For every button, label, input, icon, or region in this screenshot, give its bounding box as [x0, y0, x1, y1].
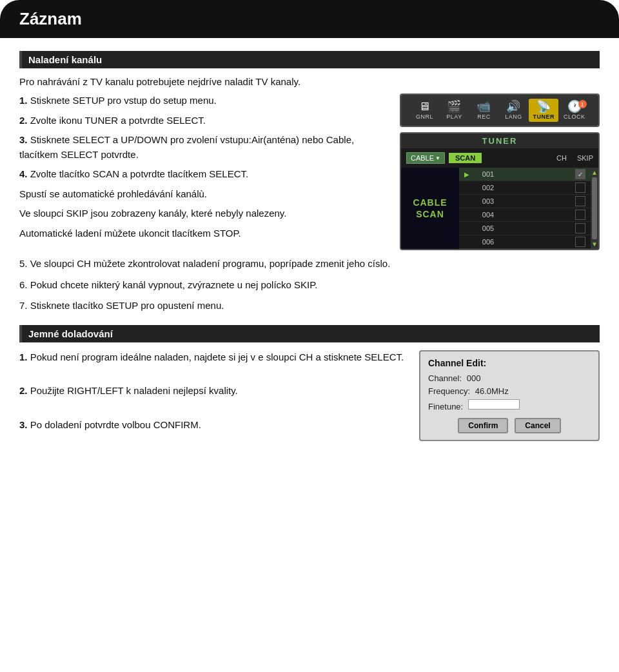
step6: 6. Pokud chcete nikterý kanál vypnout, z… — [19, 278, 600, 293]
channel-preview: CABLE SCAN — [401, 168, 459, 249]
scroll-down-icon[interactable]: ▼ — [591, 241, 598, 248]
step7: 7. Stisknete tlacítko SETUP pro opustení… — [19, 299, 600, 313]
step4b: Ve sloupci SKIP jsou zobrazeny kanály, k… — [19, 206, 387, 221]
tuner-controls: CABLE ▼ SCAN CH SKIP — [401, 148, 598, 168]
badge: 1 — [578, 100, 587, 108]
channel-value: 000 — [467, 373, 481, 383]
channel-edit-title: Channel Edit: — [428, 358, 591, 368]
menu-icon-lang: 🔊 LANG — [499, 99, 527, 122]
skip-checkbox-002[interactable] — [575, 183, 585, 193]
fine-steps: 1. Pokud není program ideálne naladen, n… — [19, 350, 406, 441]
fine-step2: 2. Použijte RIGHT/LEFT k naladeni nejlep… — [19, 384, 406, 399]
dropdown-arrow-icon: ▼ — [435, 155, 440, 161]
step5: 5. Ve sloupci CH mùžete zkontrolovat nal… — [19, 257, 600, 272]
skip-checkbox-005[interactable] — [575, 223, 585, 233]
channel-edit-channel-row: Channel: 000 — [428, 373, 591, 383]
scan-button[interactable]: SCAN — [449, 153, 482, 163]
channel-edit-finetune-row: Finetune: — [428, 399, 591, 411]
rec-icon: 📹 — [477, 101, 491, 112]
channel-row-006: ▶ 006 — [459, 235, 591, 249]
fine-step3: 3. Po doladení potvrdte volbou CONFIRM. — [19, 418, 406, 433]
channel-row-004: ▶ 004 — [459, 208, 591, 222]
skip-checkbox-004[interactable] — [575, 210, 585, 220]
channel-list: ▶ 001 ✓ ▶ 002 ▶ — [459, 168, 591, 249]
gnrl-icon: 🖥 — [418, 101, 430, 112]
step4a: Spustí se automatické prohledávání kanál… — [19, 187, 387, 202]
step4: 4. Zvolte tlacítko SCAN a potvrdte tlací… — [19, 167, 387, 182]
channel-edit-panel: Channel Edit: Channel: 000 Frequency: 46… — [419, 350, 600, 441]
channel-scrollbar: ▲ ▼ — [591, 168, 598, 249]
skip-column-label: SKIP — [577, 154, 593, 162]
menu-icon-clock: 🕐 CLOCK 1 — [560, 99, 589, 122]
menu-icon-gnrl: 🖥 GNRL — [410, 99, 438, 122]
step4c: Automatické ladení mùžete ukoncit tlacít… — [19, 226, 387, 241]
skip-checkbox-006[interactable] — [575, 237, 585, 247]
cable-scan-label: CABLE SCAN — [413, 197, 447, 220]
section2: Jemné doladování 1. Pokud není program i… — [19, 325, 600, 441]
channel-row-003: ▶ 003 — [459, 195, 591, 208]
finetune-input[interactable] — [468, 399, 520, 410]
scroll-thumb — [592, 177, 597, 239]
skip-checkbox-001[interactable]: ✓ — [575, 169, 585, 179]
step3: 3. Stisknete SELECT a UP/DOWN pro zvolen… — [19, 133, 387, 162]
channel-indicator-icon: ▶ — [464, 171, 469, 178]
frequency-value: 46.0MHz — [475, 386, 509, 396]
scroll-up-icon[interactable]: ▲ — [591, 169, 598, 176]
channel-row-002: ▶ 002 — [459, 181, 591, 195]
section1-heading: Naladení kanálu — [19, 51, 600, 68]
step2: 2. Zvolte ikonu TUNER a potvrdte SELECT. — [19, 114, 387, 128]
intro-text: Pro nahrávání z TV kanalu potrebujete ne… — [19, 76, 600, 87]
section2-heading: Jemné doladování — [19, 325, 600, 342]
cancel-button[interactable]: Cancel — [515, 418, 560, 433]
tuner-icon: 📡 — [536, 101, 551, 112]
channel-edit-box: Channel Edit: Channel: 000 Frequency: 46… — [419, 350, 600, 441]
fine-step1: 1. Pokud není program ideálne naladen, n… — [19, 350, 406, 365]
tuner-panel: TUNER CABLE ▼ SCAN CH — [400, 132, 600, 250]
menu-icon-rec: 📹 REC — [469, 99, 498, 122]
menu-icon-tuner[interactable]: 📡 TUNER — [529, 99, 558, 122]
channel-row-001: ▶ 001 ✓ — [459, 168, 591, 181]
tuner-title: TUNER — [401, 133, 598, 148]
step1: 1. Stisknete SETUP pro vstup do setup me… — [19, 94, 387, 108]
steps-left: 1. Stisknete SETUP pro vstup do setup me… — [19, 94, 387, 250]
channel-row-005: ▶ 005 — [459, 222, 591, 235]
page-title: Záznam — [19, 9, 600, 29]
bottom-steps: 5. Ve sloupci CH mùžete zkontrolovat nal… — [19, 257, 600, 313]
confirm-button[interactable]: Confirm — [458, 418, 508, 433]
lang-icon: 🔊 — [506, 101, 520, 112]
skip-checkbox-003[interactable] — [575, 196, 585, 206]
ui-screenshots: 🖥 GNRL 🎬 PLAY 📹 REC 🔊 — [400, 94, 600, 250]
ch-column-label: CH — [556, 154, 567, 162]
menu-icon-play: 🎬 PLAY — [440, 99, 468, 122]
play-icon: 🎬 — [447, 101, 461, 112]
page-header: Záznam — [0, 0, 619, 38]
cable-button[interactable]: CABLE ▼ — [406, 152, 445, 164]
setup-menu-screenshot: 🖥 GNRL 🎬 PLAY 📹 REC 🔊 — [400, 94, 600, 127]
menu-icon-row: 🖥 GNRL 🎬 PLAY 📹 REC 🔊 — [401, 95, 598, 126]
channel-edit-frequency-row: Frequency: 46.0MHz — [428, 386, 591, 396]
channel-edit-buttons: Confirm Cancel — [428, 418, 591, 433]
